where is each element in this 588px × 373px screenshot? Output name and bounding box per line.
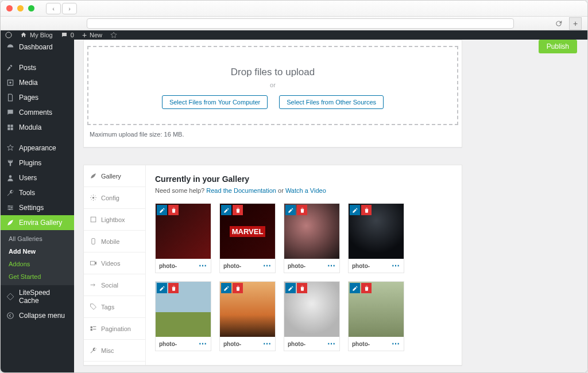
- edit-icon[interactable]: [157, 283, 167, 293]
- delete-icon[interactable]: [297, 283, 307, 293]
- new-tab-button[interactable]: +: [569, 17, 582, 30]
- edit-icon[interactable]: [350, 205, 360, 215]
- thumb-image[interactable]: [156, 282, 211, 337]
- edit-icon[interactable]: [285, 283, 296, 293]
- wp-logo-icon[interactable]: [5, 32, 12, 38]
- submenu-get-started[interactable]: Get Started: [1, 270, 74, 283]
- sidebar-item-pages[interactable]: Pages: [1, 90, 74, 105]
- thumb-name: photo-: [223, 341, 241, 347]
- thumb-image[interactable]: [156, 204, 211, 259]
- sidebar-item-envira[interactable]: Envira Gallery: [1, 215, 74, 230]
- max-dot[interactable]: [28, 5, 34, 11]
- site-link[interactable]: My Blog: [20, 32, 53, 38]
- thumb-more-icon[interactable]: ⋯: [327, 339, 336, 348]
- submenu-addons[interactable]: Addons: [1, 258, 74, 270]
- svg-rect-12: [93, 327, 96, 327]
- thumb-image[interactable]: [284, 282, 339, 337]
- thumb-image[interactable]: [349, 204, 404, 259]
- sidebar-item-modula[interactable]: Modula: [1, 120, 74, 135]
- thumb[interactable]: photo- ⋯: [284, 281, 340, 351]
- tab-lightbox[interactable]: Lightbox: [84, 209, 145, 231]
- edit-icon[interactable]: [285, 205, 296, 215]
- thumb[interactable]: photo- ⋯: [219, 281, 276, 351]
- publish-box: Publish: [475, 40, 577, 53]
- thumb-more-icon[interactable]: ⋯: [327, 261, 336, 270]
- thumb-image[interactable]: [220, 282, 275, 337]
- delete-icon[interactable]: [297, 205, 307, 215]
- delete-icon[interactable]: [168, 205, 179, 215]
- sidebar-collapse[interactable]: Collapse menu: [1, 308, 74, 323]
- admin-extra-icon[interactable]: [110, 32, 117, 38]
- thumb-name: photo-: [352, 263, 370, 269]
- sidebar-item-appearance[interactable]: Appearance: [1, 141, 74, 156]
- forward-button[interactable]: ›: [62, 3, 77, 14]
- thumb-more-icon[interactable]: ⋯: [199, 261, 207, 270]
- edit-icon[interactable]: [221, 205, 231, 215]
- edit-icon[interactable]: [350, 283, 360, 293]
- submenu-all[interactable]: All Galleries: [1, 232, 74, 245]
- tab-mobile[interactable]: Mobile: [84, 231, 145, 252]
- svg-rect-10: [91, 261, 95, 265]
- select-other-button[interactable]: Select Files from Other Sources: [279, 95, 384, 109]
- gallery-help: Need some help? Read the Documentation o…: [155, 187, 452, 194]
- tab-pagination[interactable]: Pagination: [84, 318, 145, 340]
- sidebar-item-litespeed[interactable]: LiteSpeed Cache: [1, 285, 74, 308]
- thumb-more-icon[interactable]: ⋯: [263, 261, 272, 270]
- max-upload-text: Maximum upload file size: 16 MB.: [87, 125, 458, 141]
- new-link[interactable]: +New: [82, 30, 102, 40]
- delete-icon[interactable]: [168, 283, 179, 293]
- thumb[interactable]: photo- ⋯: [219, 203, 276, 273]
- thumb-more-icon[interactable]: ⋯: [392, 261, 400, 270]
- sidebar-item-plugins[interactable]: Plugins: [1, 156, 74, 170]
- back-button[interactable]: ‹: [46, 3, 61, 14]
- svg-point-7: [92, 197, 94, 199]
- sidebar-item-tools[interactable]: Tools: [1, 185, 74, 200]
- thumb-more-icon[interactable]: ⋯: [263, 339, 272, 348]
- edit-icon[interactable]: [157, 205, 167, 215]
- delete-icon[interactable]: [361, 283, 372, 293]
- publish-button[interactable]: Publish: [539, 40, 577, 53]
- edit-icon[interactable]: [221, 283, 231, 293]
- delete-icon[interactable]: [361, 205, 372, 215]
- svg-point-1: [9, 81, 11, 84]
- thumb-name: photo-: [223, 263, 241, 269]
- svg-point-3: [9, 205, 10, 207]
- svg-point-4: [11, 207, 12, 208]
- delete-icon[interactable]: [233, 283, 243, 293]
- tab-videos[interactable]: Videos: [84, 252, 145, 274]
- select-computer-button[interactable]: Select Files from Your Computer: [162, 95, 268, 109]
- doc-link[interactable]: Read the Documentation: [206, 187, 276, 194]
- tab-tags[interactable]: Tags: [84, 296, 145, 318]
- thumb[interactable]: photo- ⋯: [284, 203, 340, 273]
- min-dot[interactable]: [17, 5, 24, 11]
- tab-gallery[interactable]: Gallery: [84, 165, 145, 187]
- delete-icon[interactable]: [233, 205, 243, 215]
- thumb-more-icon[interactable]: ⋯: [199, 339, 207, 348]
- svg-rect-14: [93, 329, 96, 329]
- sidebar-item-users[interactable]: Users: [1, 170, 74, 185]
- thumb[interactable]: photo- ⋯: [155, 203, 211, 273]
- thumb[interactable]: photo- ⋯: [348, 203, 404, 273]
- thumb-image[interactable]: [284, 204, 339, 259]
- tab-config[interactable]: Config: [84, 187, 145, 209]
- reload-icon[interactable]: [553, 18, 564, 29]
- drop-area[interactable]: Drop files to upload or Select Files fro…: [87, 46, 458, 125]
- sidebar-item-media[interactable]: Media: [1, 75, 74, 90]
- submenu-add-new[interactable]: Add New: [1, 245, 74, 258]
- thumb-image[interactable]: [349, 282, 404, 337]
- sidebar-item-settings[interactable]: Settings: [1, 200, 74, 215]
- url-bar[interactable]: [87, 18, 514, 29]
- comments-count[interactable]: 0: [61, 32, 74, 38]
- svg-rect-9: [92, 239, 95, 244]
- sidebar-item-dashboard[interactable]: Dashboard: [1, 40, 74, 55]
- thumb-more-icon[interactable]: ⋯: [392, 339, 400, 348]
- thumb[interactable]: photo- ⋯: [348, 281, 404, 351]
- tab-social[interactable]: Social: [84, 274, 145, 296]
- close-dot[interactable]: [6, 5, 13, 11]
- tab-misc[interactable]: Misc: [84, 340, 145, 362]
- thumb[interactable]: photo- ⋯: [155, 281, 211, 351]
- sidebar-item-comments[interactable]: Comments: [1, 105, 74, 120]
- video-link[interactable]: Watch a Video: [285, 187, 326, 194]
- thumb-image[interactable]: [220, 204, 275, 259]
- sidebar-item-posts[interactable]: Posts: [1, 60, 74, 75]
